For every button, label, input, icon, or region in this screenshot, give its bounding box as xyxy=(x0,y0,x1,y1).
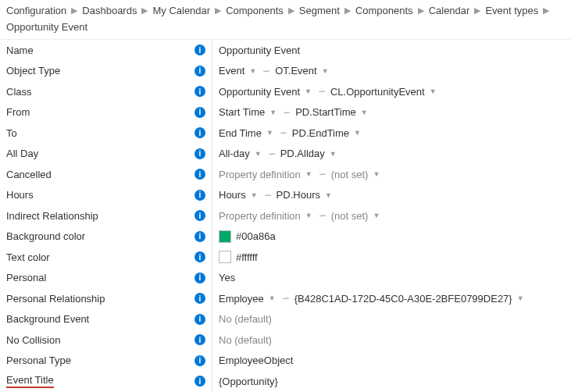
crumb[interactable]: My Calendar xyxy=(152,5,210,16)
chevron-down-icon: ▼ xyxy=(323,191,334,199)
link-icon: ∽ xyxy=(319,210,327,221)
value-secondary[interactable]: PD.Allday▼ xyxy=(280,148,338,159)
chevron-down-icon: ▼ xyxy=(304,170,314,178)
row-no-collision: No Collisioni No (default) xyxy=(0,330,571,351)
info-icon[interactable]: i xyxy=(194,45,205,55)
link-icon: ∽ xyxy=(319,169,327,180)
crumb[interactable]: Components xyxy=(226,5,284,16)
info-icon[interactable]: i xyxy=(194,376,205,387)
info-icon[interactable]: i xyxy=(194,86,205,97)
info-icon[interactable]: i xyxy=(194,355,205,366)
info-icon[interactable]: i xyxy=(194,231,205,242)
info-icon[interactable]: i xyxy=(194,293,205,304)
chevron-down-icon: ▼ xyxy=(371,212,381,219)
row-background-event: Background Eventi No (default) xyxy=(0,309,571,330)
label: From xyxy=(6,106,30,118)
chevron-down-icon: ▼ xyxy=(516,294,526,302)
chevron-right-icon: ▶ xyxy=(344,5,351,16)
value-secondary[interactable]: PD.Hours▼ xyxy=(277,189,334,201)
value-primary[interactable]: End Time▼ xyxy=(219,127,275,139)
value-secondary[interactable]: PD.EndTime▼ xyxy=(292,127,362,139)
value[interactable]: Yes xyxy=(219,272,235,283)
chevron-down-icon: ▼ xyxy=(265,129,275,137)
color-swatch[interactable] xyxy=(219,230,231,243)
value-primary[interactable]: Employee▼ xyxy=(219,293,277,305)
row-name: Namei Opportunity Event xyxy=(0,40,571,61)
row-personal-relationship: Personal Relationshipi Employee▼ ∽ {B428… xyxy=(0,288,571,309)
label: Background Event xyxy=(6,313,89,325)
value-secondary[interactable]: PD.StartTime▼ xyxy=(295,106,369,118)
value-primary[interactable]: Start Time▼ xyxy=(219,106,278,118)
row-class: Classi Opportunity Event▼ ∽ CL.Opportuni… xyxy=(0,81,571,102)
row-all-day: All Dayi All-day▼ ∽ PD.Allday▼ xyxy=(0,144,571,165)
label: No Collision xyxy=(6,334,60,346)
info-icon[interactable]: i xyxy=(194,273,205,283)
row-background-color: Background colori #00a86a xyxy=(0,226,571,248)
value[interactable]: Opportunity Event xyxy=(219,45,300,56)
crumb[interactable]: Dashboards xyxy=(82,5,137,16)
chevron-down-icon: ▼ xyxy=(371,170,381,178)
label: Event Title xyxy=(6,374,54,388)
chevron-right-icon: ▶ xyxy=(543,5,549,16)
chevron-down-icon: ▼ xyxy=(268,109,278,116)
info-icon[interactable]: i xyxy=(194,127,205,138)
value[interactable]: #ffffff xyxy=(236,251,258,263)
crumb[interactable]: Configuration xyxy=(6,5,66,16)
info-icon[interactable]: i xyxy=(194,210,205,221)
info-icon[interactable]: i xyxy=(194,334,205,345)
chevron-down-icon: ▼ xyxy=(352,129,362,137)
value[interactable]: EmployeeObject xyxy=(219,355,293,366)
crumb[interactable]: Event types xyxy=(485,5,538,16)
value-primary[interactable]: Opportunity Event▼ xyxy=(219,86,313,98)
value-primary[interactable]: All-day▼ xyxy=(219,148,263,159)
chevron-right-icon: ▶ xyxy=(288,5,294,16)
value-primary[interactable]: Hours▼ xyxy=(219,189,259,201)
chevron-down-icon: ▼ xyxy=(267,294,277,302)
label: Text color xyxy=(6,251,50,263)
value-primary[interactable]: Property definition▼ xyxy=(219,169,314,180)
value-secondary[interactable]: OT.Event▼ xyxy=(275,65,330,77)
info-icon[interactable]: i xyxy=(194,251,205,262)
label: Class xyxy=(6,86,32,98)
label: Name xyxy=(6,45,34,56)
label: All Day xyxy=(6,148,38,159)
info-icon[interactable]: i xyxy=(194,314,205,325)
value-primary[interactable]: Event▼ xyxy=(219,65,258,77)
chevron-down-icon: ▼ xyxy=(320,67,330,75)
chevron-down-icon: ▼ xyxy=(249,191,259,199)
value-secondary[interactable]: (not set)▼ xyxy=(331,169,382,180)
info-icon[interactable]: i xyxy=(194,169,205,180)
chevron-down-icon: ▼ xyxy=(359,109,369,116)
value[interactable]: No (default) xyxy=(219,313,272,325)
value[interactable]: No (default) xyxy=(219,334,272,346)
label: Indirect Relationship xyxy=(6,210,98,222)
value-secondary[interactable]: {B428C1AD-172D-45C0-A30E-2BFE0799DE27}▼ xyxy=(294,293,526,305)
link-icon: ∽ xyxy=(282,293,290,304)
crumb[interactable]: Segment xyxy=(299,5,340,16)
value-secondary[interactable]: (not set)▼ xyxy=(331,210,382,222)
crumb[interactable]: Components xyxy=(355,5,413,16)
chevron-right-icon: ▶ xyxy=(141,5,148,16)
value[interactable]: #00a86a xyxy=(236,230,276,242)
row-event-title: Event Titlei {Opportunity} xyxy=(0,371,571,392)
row-hours: Hoursi Hours▼ ∽ PD.Hours▼ xyxy=(0,185,571,206)
chevron-down-icon: ▼ xyxy=(304,212,314,219)
info-icon[interactable]: i xyxy=(194,107,205,118)
value-secondary[interactable]: CL.OpportunityEvent▼ xyxy=(330,86,438,98)
value[interactable]: {Opportunity} xyxy=(219,376,278,387)
chevron-right-icon: ▶ xyxy=(418,5,424,16)
info-icon[interactable]: i xyxy=(194,148,205,159)
info-icon[interactable]: i xyxy=(194,66,205,77)
color-swatch[interactable] xyxy=(219,251,231,263)
crumb[interactable]: Calendar xyxy=(429,5,470,16)
value-primary[interactable]: Property definition▼ xyxy=(219,210,314,222)
link-icon: ∽ xyxy=(318,86,326,97)
chevron-down-icon: ▼ xyxy=(428,87,438,95)
label: Personal Type xyxy=(6,355,71,366)
link-icon: ∽ xyxy=(283,107,291,118)
label: Object Type xyxy=(6,65,60,77)
chevron-down-icon: ▼ xyxy=(303,87,313,95)
info-icon[interactable]: i xyxy=(194,190,205,201)
label: Background color xyxy=(6,230,85,242)
row-object-type: Object Typei Event▼ ∽ OT.Event▼ xyxy=(0,61,571,82)
